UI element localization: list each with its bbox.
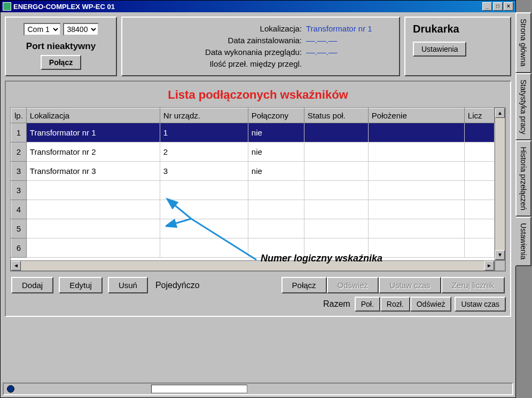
app-window: ENERGO-COMPLEX WP-EC 01 _ □ × Com 1 3840… <box>0 0 516 398</box>
cell-dev[interactable]: 3 <box>160 162 248 181</box>
col-licz[interactable]: Licz <box>464 108 494 123</box>
row-header[interactable]: 1 <box>11 123 27 142</box>
all-connect-button[interactable]: Poł. <box>355 297 380 312</box>
add-button[interactable]: Dodaj <box>11 277 53 293</box>
scroll-corner <box>495 260 505 271</box>
tab-history[interactable]: Historia przełączeń <box>515 140 531 217</box>
printer-settings-button[interactable]: Ustawienia <box>413 42 466 57</box>
install-date-value: ––.––.–– <box>306 35 392 46</box>
loc-label: Lokalizacja: <box>260 23 302 35</box>
cell-licz[interactable] <box>464 123 494 142</box>
app-icon <box>3 2 11 11</box>
single-label: Pojedyńczo <box>155 281 200 290</box>
com-port-select[interactable]: Com 1 <box>24 23 61 36</box>
cell-pos[interactable] <box>368 162 464 181</box>
port-status-label: Port nieaktywny <box>26 41 96 52</box>
indicator-table: lp. Lokalizacja Nr urządz. Połączony Sta… <box>11 108 495 258</box>
vertical-scrollbar[interactable]: ▲ ▼ <box>495 108 505 260</box>
horizontal-scrollbar[interactable]: ◄ ► <box>11 260 495 271</box>
cell-loc[interactable]: Transformator nr 1 <box>26 123 160 142</box>
col-dev[interactable]: Nr urządz. <box>160 108 248 123</box>
col-loc[interactable]: Lokalizacja <box>26 108 160 123</box>
single-settime-button[interactable]: Ustaw czas <box>379 277 441 293</box>
review-date-value: ––.––.–– <box>306 46 392 58</box>
status-bar <box>3 383 513 395</box>
scroll-left-button[interactable]: ◄ <box>11 261 21 270</box>
baud-rate-select[interactable]: 38400 <box>63 23 99 36</box>
edit-button[interactable]: Edytuj <box>59 277 103 293</box>
row-header[interactable]: 3 <box>11 181 27 200</box>
title-bar: ENERGO-COMPLEX WP-EC 01 _ □ × <box>1 1 515 12</box>
cell-dev[interactable]: 1 <box>160 123 248 142</box>
row-header[interactable]: 6 <box>11 238 27 258</box>
cell-licz[interactable] <box>464 142 494 162</box>
col-status[interactable]: Status poł. <box>304 108 368 123</box>
cell-pos[interactable] <box>368 123 464 142</box>
cell-conn[interactable]: nie <box>248 162 304 181</box>
tab-main[interactable]: Strona główna <box>515 12 531 73</box>
grid-container: lp. Lokalizacja Nr urządz. Połączony Sta… <box>10 107 506 272</box>
row-header[interactable]: 3 <box>11 162 27 181</box>
status-progress <box>151 385 247 393</box>
loc-value: Transformator nr 1 <box>306 23 392 35</box>
cell-dev[interactable]: 2 <box>160 142 248 162</box>
table-row[interactable]: 3Transformator nr 33nie <box>11 162 495 181</box>
info-panel: Lokalizacja: Transformator nr 1 Data zai… <box>121 17 400 76</box>
cell-status[interactable] <box>304 123 368 142</box>
together-label: Razem <box>323 299 350 309</box>
port-panel: Com 1 38400 Port nieaktywny Połącz <box>5 17 117 76</box>
cell-conn[interactable]: nie <box>248 123 304 142</box>
single-connect-button[interactable]: Połącz <box>281 277 327 293</box>
switch-count-value <box>306 58 392 70</box>
connect-port-button[interactable]: Połącz <box>41 55 81 70</box>
tab-stats[interactable]: Statystyka pracy <box>515 73 531 141</box>
row-header[interactable]: 2 <box>11 142 27 162</box>
delete-button[interactable]: Usuń <box>108 277 148 293</box>
minimize-button[interactable]: _ <box>482 2 492 11</box>
table-row[interactable]: 4 <box>11 200 495 219</box>
table-row[interactable]: 3 <box>11 181 495 200</box>
cell-loc[interactable]: Transformator nr 3 <box>26 162 160 181</box>
side-tabs: Strona główna Statystyka pracy Historia … <box>515 12 531 266</box>
review-date-label: Data wykonania przeglądu: <box>205 46 302 58</box>
table-row[interactable]: 6 <box>11 238 495 258</box>
printer-panel: Drukarka Ustawienia <box>404 17 511 76</box>
row-header[interactable]: 5 <box>11 219 27 238</box>
cell-status[interactable] <box>304 142 368 162</box>
table-row[interactable]: 1Transformator nr 11nie <box>11 123 495 142</box>
cell-conn[interactable]: nie <box>248 142 304 162</box>
scroll-right-button[interactable]: ► <box>484 261 494 270</box>
window-title: ENERGO-COMPLEX WP-EC 01 <box>13 3 115 11</box>
install-date-label: Data zainstalowania: <box>228 35 302 46</box>
switch-count-label: Ilość przeł. między przegl. <box>209 58 302 70</box>
tab-settings[interactable]: Ustawienia <box>515 217 531 266</box>
table-row[interactable]: 5 <box>11 219 495 238</box>
all-refresh-button[interactable]: Odśwież <box>410 297 452 312</box>
status-led-icon <box>7 385 14 393</box>
single-refresh-button[interactable]: Odśwież <box>327 277 379 293</box>
table-row[interactable]: 2Transformator nr 22nie <box>11 142 495 162</box>
maximize-button[interactable]: □ <box>493 2 503 11</box>
scroll-up-button[interactable]: ▲ <box>495 108 505 118</box>
cell-loc[interactable]: Transformator nr 2 <box>26 142 160 162</box>
row-header[interactable]: 4 <box>11 200 27 219</box>
cell-licz[interactable] <box>464 162 494 181</box>
indicator-list-panel: Lista podłączonych wskaźników lp. Lokali… <box>5 81 511 317</box>
single-zero-button[interactable]: Zeruj licznik <box>441 277 505 293</box>
col-conn[interactable]: Połączony <box>248 108 304 123</box>
content-area: Com 1 38400 Port nieaktywny Połącz Lokal… <box>1 12 515 397</box>
cell-pos[interactable] <box>368 142 464 162</box>
list-title: Lista podłączonych wskaźników <box>10 85 506 107</box>
all-settime-button[interactable]: Ustaw czas <box>455 297 506 312</box>
col-lp[interactable]: lp. <box>11 108 27 123</box>
cell-status[interactable] <box>304 162 368 181</box>
all-disconnect-button[interactable]: Rozł. <box>380 297 410 312</box>
close-button[interactable]: × <box>504 2 513 11</box>
printer-title: Drukarka <box>413 23 503 35</box>
col-pos[interactable]: Położenie <box>368 108 464 123</box>
scroll-down-button[interactable]: ▼ <box>495 250 505 260</box>
